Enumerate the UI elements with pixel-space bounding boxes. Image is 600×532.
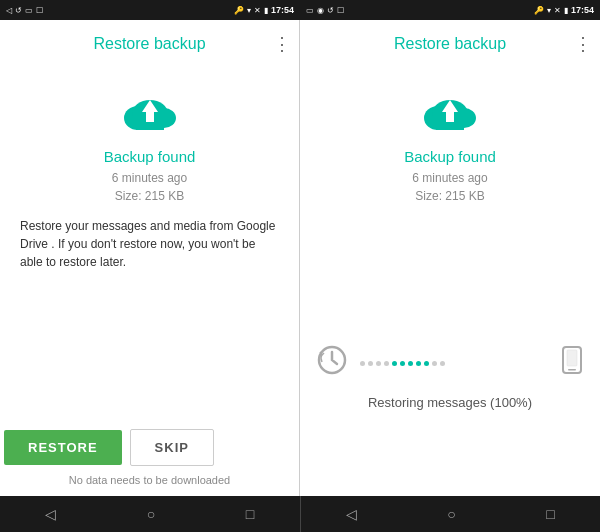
history-icon: [316, 344, 348, 383]
skip-button[interactable]: SKIP: [130, 429, 214, 466]
status-icons-left: ◁ ↺ ▭ ☐: [6, 6, 43, 15]
screen-left: Restore backup ⋮ Backup found 6 minutes …: [0, 20, 300, 496]
backup-size-right: Size: 215 KB: [415, 189, 484, 203]
status-bar-right: ▭ ◉ ↺ ☐ 🔑 ▾ ✕ ▮ 17:54: [300, 0, 600, 20]
progress-dot: [376, 361, 381, 366]
app-bar-left: Restore backup ⋮: [0, 20, 299, 68]
backup-size-left: Size: 215 KB: [115, 189, 184, 203]
progress-bar-area: [316, 344, 584, 383]
nav-bar-left: ◁ ○ □: [0, 496, 300, 532]
app-bar-right: Restore backup ⋮: [300, 20, 600, 68]
back-nav-right[interactable]: ◁: [346, 506, 357, 522]
home-nav-left[interactable]: ○: [147, 506, 155, 522]
backup-meta-left: 6 minutes ago Size: 215 KB: [112, 169, 187, 205]
backup-time-right: 6 minutes ago: [412, 171, 487, 185]
backup-meta-right: 6 minutes ago Size: 215 KB: [412, 169, 487, 205]
cloud-icon-wrapper-right: [418, 88, 482, 140]
time-left: 17:54: [271, 5, 294, 15]
battery-icon-right: ▮: [564, 6, 568, 15]
progress-dot: [368, 361, 373, 366]
screen-left-content: Backup found 6 minutes ago Size: 215 KB …: [0, 68, 299, 429]
screen-icon2: ▭: [306, 6, 314, 15]
progress-dot: [360, 361, 365, 366]
screen-left-title: Restore backup: [93, 35, 205, 53]
restoring-text: Restoring messages (100%): [368, 395, 532, 410]
dots-container: [356, 361, 552, 366]
home-nav-right[interactable]: ○: [447, 506, 455, 522]
progress-dot: [424, 361, 429, 366]
back-nav-left[interactable]: ◁: [45, 506, 56, 522]
signal-x-icon: ✕: [554, 6, 561, 15]
phone-icon-progress: [560, 346, 584, 380]
time-right: 17:54: [571, 5, 594, 15]
cloud-upload-icon-left: [118, 88, 182, 136]
progress-dot: [440, 361, 445, 366]
progress-dot: [384, 361, 389, 366]
progress-dot: [392, 361, 397, 366]
refresh-icon2: ↺: [327, 6, 334, 15]
status-icons-right-right: 🔑 ▾ ✕ ▮ 17:54: [534, 5, 594, 15]
cloud-icon-wrapper-left: [118, 88, 182, 140]
screen-right-title: Restore backup: [394, 35, 506, 53]
recent-nav-right[interactable]: □: [546, 506, 554, 522]
menu-icon-right[interactable]: ⋮: [574, 35, 592, 53]
battery-icon-left: ▮: [264, 6, 268, 15]
wifi-icon-left: ▾: [247, 6, 251, 15]
signal-icon-left: ✕: [254, 6, 261, 15]
screen-icon: ▭: [25, 6, 33, 15]
key-icon: 🔑: [234, 6, 244, 15]
status-icons-right-left2: ▭ ◉ ↺ ☐: [306, 6, 344, 15]
backup-found-left: Backup found: [104, 148, 196, 165]
recent-nav-left[interactable]: □: [246, 506, 254, 522]
progress-area: Restoring messages (100%): [300, 277, 600, 496]
phone-icon2: ☐: [337, 6, 344, 15]
wifi-icon-right: ▾: [547, 6, 551, 15]
status-icons-right-left: 🔑 ▾ ✕ ▮ 17:54: [234, 5, 294, 15]
screen-right: Restore backup ⋮ Backup found 6 minutes …: [300, 20, 600, 496]
nav-bar: ◁ ○ □ ◁ ○ □: [0, 496, 600, 532]
screens-container: Restore backup ⋮ Backup found 6 minutes …: [0, 20, 600, 496]
svg-rect-13: [567, 350, 577, 366]
progress-dot: [408, 361, 413, 366]
key-icon2: 🔑: [534, 6, 544, 15]
screen-right-content: Backup found 6 minutes ago Size: 215 KB: [300, 68, 600, 277]
back-icon-status: ◁: [6, 6, 12, 15]
nav-bar-right: ◁ ○ □: [301, 496, 601, 532]
button-row-left: RESTORE SKIP: [0, 429, 299, 466]
phone-icon-status: ☐: [36, 6, 43, 15]
cloud-upload-icon-right: [418, 88, 482, 136]
no-download-text: No data needs to be downloaded: [0, 474, 299, 486]
svg-rect-12: [568, 369, 576, 371]
refresh-icon: ↺: [15, 6, 22, 15]
backup-found-right: Backup found: [404, 148, 496, 165]
status-bar-left: ◁ ↺ ▭ ☐ 🔑 ▾ ✕ ▮ 17:54: [0, 0, 300, 20]
status-bar: ◁ ↺ ▭ ☐ 🔑 ▾ ✕ ▮ 17:54 ▭ ◉ ↺ ☐ 🔑 ▾ ✕ ▮ 17…: [0, 0, 600, 20]
progress-dot: [432, 361, 437, 366]
progress-dot: [400, 361, 405, 366]
restore-button[interactable]: RESTORE: [4, 430, 122, 465]
progress-dot: [416, 361, 421, 366]
menu-icon-left[interactable]: ⋮: [273, 35, 291, 53]
restore-description-left: Restore your messages and media from Goo…: [16, 217, 283, 271]
location-icon: ◉: [317, 6, 324, 15]
backup-time-left: 6 minutes ago: [112, 171, 187, 185]
